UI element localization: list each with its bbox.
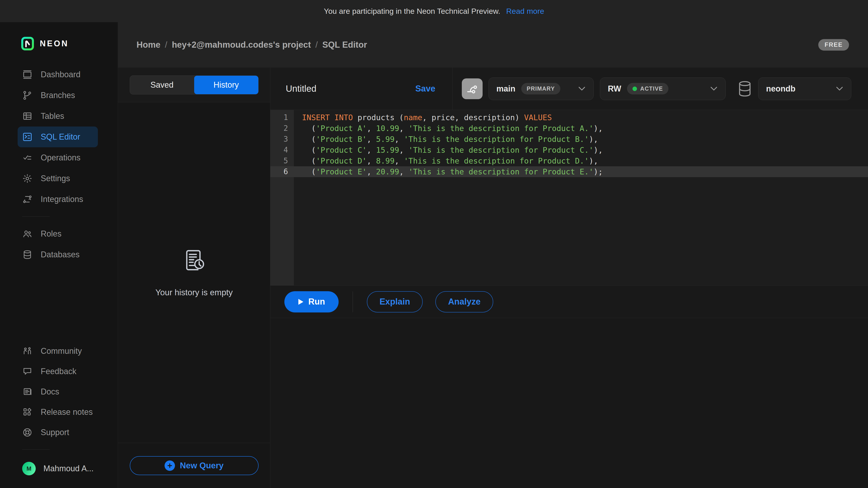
avatar: M	[22, 462, 36, 475]
sidebar-item-databases[interactable]: Databases	[18, 244, 98, 265]
sidebar-nav-footer: CommunityFeedbackDocsRelease notesSuppor…	[0, 341, 118, 443]
chevron-down-icon	[836, 86, 843, 91]
chevron-down-icon	[578, 86, 586, 91]
explain-button[interactable]: Explain	[367, 291, 423, 313]
tab-saved[interactable]: Saved	[130, 76, 194, 94]
databases-icon	[22, 250, 33, 260]
banner-text: You are participating in the Neon Techni…	[324, 7, 500, 15]
actions-divider	[352, 291, 353, 312]
settings-icon	[22, 173, 33, 184]
branch-icon	[462, 78, 483, 99]
sidebar-item-label: Tables	[41, 111, 64, 121]
sidebar-item-settings[interactable]: Settings	[18, 168, 98, 189]
primary-badge: PRIMARY	[521, 83, 560, 94]
sidebar-item-dashboard[interactable]: Dashboard	[18, 64, 98, 85]
sidebar-item-community[interactable]: Community	[18, 341, 98, 361]
sidebar-item-label: Community	[41, 346, 82, 356]
code-line-4: 4 ('Product C', 15.99, 'This is the desc…	[270, 144, 868, 156]
history-panel: SavedHistory Your history is empty	[118, 68, 270, 488]
neon-logo[interactable]: NEON	[21, 36, 118, 51]
active-badge-label: ACTIVE	[640, 86, 663, 92]
compute-name: RW	[608, 84, 621, 94]
editor-toolbar: Untitled Save m	[270, 68, 868, 110]
sidebar-item-docs[interactable]: Docs	[18, 382, 98, 402]
breadcrumb: Home/hey+2@mahmoud.codes's project/SQL E…	[136, 40, 818, 50]
roles-icon	[22, 229, 33, 239]
breadcrumb-segment[interactable]: hey+2@mahmoud.codes's project	[172, 40, 311, 50]
sql-editor-icon	[22, 132, 33, 142]
tables-icon	[22, 111, 33, 121]
sidebar-item-sql-editor[interactable]: SQL Editor	[18, 127, 98, 147]
analyze-button[interactable]: Analyze	[435, 291, 493, 313]
sidebar-nav-main: DashboardBranchesTablesSQL EditorOperati…	[0, 64, 118, 210]
logo-wordmark: NEON	[40, 39, 69, 48]
main-column: Home/hey+2@mahmoud.codes's project/SQL E…	[118, 22, 868, 488]
status-dot	[632, 87, 637, 91]
query-title-group: Untitled Save	[270, 68, 453, 110]
branch-name: main	[496, 84, 515, 94]
database-icon	[737, 80, 752, 97]
compute-selector[interactable]: RW ACTIVE	[600, 77, 725, 100]
code-line-6: 6 ('Product E', 20.99, 'This is the desc…	[270, 166, 868, 177]
feedback-icon	[22, 366, 33, 377]
sidebar-item-label: Databases	[41, 250, 80, 259]
sidebar-item-label: Settings	[41, 174, 70, 183]
operations-icon	[22, 153, 33, 163]
branch-selector[interactable]: main PRIMARY	[489, 77, 594, 100]
sidebar-item-roles[interactable]: Roles	[18, 223, 98, 244]
plus-icon	[164, 460, 175, 471]
sidebar-item-label: Roles	[41, 229, 61, 238]
sidebar-item-release-notes[interactable]: Release notes	[18, 402, 98, 422]
run-label: Run	[308, 297, 325, 306]
sidebar-item-branches[interactable]: Branches	[18, 85, 98, 106]
history-empty-text: Your history is empty	[155, 288, 232, 297]
code-text: ('Product E', 20.99, 'This is the descri…	[294, 166, 603, 177]
sidebar-item-operations[interactable]: Operations	[18, 147, 98, 168]
neon-logo-icon	[21, 37, 34, 51]
line-number: 6	[270, 166, 294, 177]
play-icon	[298, 298, 304, 305]
sidebar-item-label: Dashboard	[41, 70, 81, 79]
code-line-1: 1INSERT INTO products (name, price, desc…	[270, 112, 868, 123]
app-body: NEON DashboardBranchesTablesSQL EditorOp…	[0, 22, 868, 488]
sidebar-item-label: Support	[41, 428, 69, 437]
sidebar-item-tables[interactable]: Tables	[18, 106, 98, 127]
editor-panel: Untitled Save m	[270, 68, 868, 488]
new-query-button[interactable]: New Query	[130, 456, 258, 475]
line-number: 5	[270, 156, 294, 166]
technical-preview-banner: You are participating in the Neon Techni…	[0, 0, 868, 22]
saved-history-tabs: SavedHistory	[130, 75, 258, 94]
save-button[interactable]: Save	[415, 84, 435, 94]
active-badge: ACTIVE	[627, 83, 669, 94]
sidebar-item-label: Release notes	[41, 408, 93, 417]
breadcrumb-segment[interactable]: Home	[136, 40, 160, 50]
support-icon	[22, 427, 33, 437]
tabs-block: SavedHistory	[118, 68, 270, 102]
code-text: ('Product A', 10.99, 'This is the descri…	[294, 123, 603, 134]
dashboard-icon	[22, 69, 33, 80]
sidebar-item-feedback[interactable]: Feedback	[18, 361, 98, 382]
new-query-block: New Query	[118, 443, 270, 488]
sidebar: NEON DashboardBranchesTablesSQL EditorOp…	[0, 22, 118, 488]
database-selector[interactable]: neondb	[758, 77, 851, 100]
query-actions: Run Explain Analyze	[270, 286, 868, 318]
sidebar-item-label: Branches	[41, 91, 75, 100]
user-menu[interactable]: M Mahmoud A...	[0, 462, 118, 475]
sidebar-divider-bottom	[22, 449, 50, 450]
results-area	[270, 318, 868, 488]
read-more-link[interactable]: Read more	[506, 7, 544, 15]
sidebar-item-support[interactable]: Support	[18, 422, 98, 443]
code-line-2: 2 ('Product A', 10.99, 'This is the desc…	[270, 123, 868, 134]
sidebar-item-label: Integrations	[41, 195, 83, 204]
code-text: ('Product D', 8.99, 'This is the descrip…	[294, 156, 598, 166]
breadcrumb-separator: /	[165, 40, 167, 50]
docs-icon	[22, 387, 33, 397]
code-text: ('Product C', 15.99, 'This is the descri…	[294, 144, 603, 156]
sidebar-item-integrations[interactable]: Integrations	[18, 189, 98, 210]
query-title[interactable]: Untitled	[286, 84, 316, 94]
sql-code-editor[interactable]: 1INSERT INTO products (name, price, desc…	[270, 110, 868, 286]
code-text: ('Product B', 5.99, 'This is the descrip…	[294, 134, 598, 144]
line-number: 4	[270, 144, 294, 156]
tab-history[interactable]: History	[194, 76, 258, 94]
run-button[interactable]: Run	[284, 291, 339, 313]
